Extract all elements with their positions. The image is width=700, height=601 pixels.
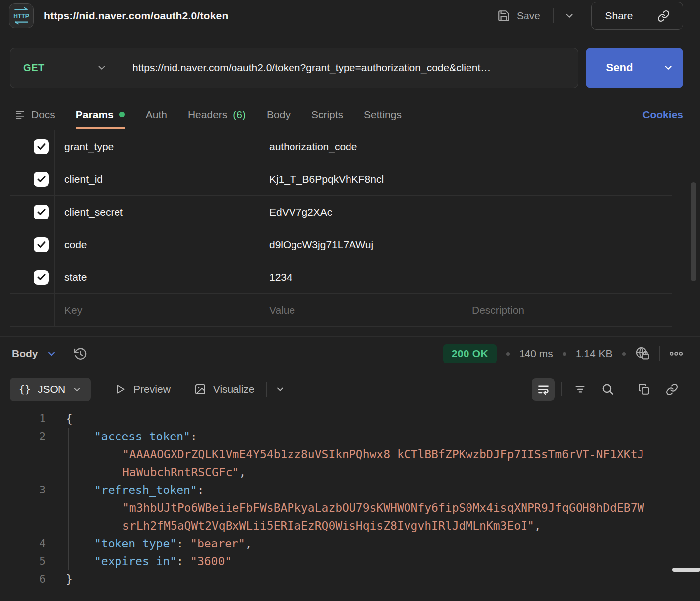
tab-headers[interactable]: Headers (6) (188, 101, 246, 129)
param-description-input-placeholder[interactable]: Description (462, 294, 672, 326)
format-label: JSON (38, 383, 65, 395)
search-button[interactable] (596, 378, 619, 401)
code-token: , (534, 519, 541, 532)
code-token-string: "AAAAOGXDrZQLK1VmE4Y54b1zz8uVSIknPQhwx8_… (122, 448, 644, 461)
response-body-viewer: 1 { 2 "access_token": "AAAAOGXDrZQLK1VmE… (0, 410, 700, 588)
param-value-cell[interactable]: EdVV7g2XAc (259, 196, 462, 228)
chevron-down-icon (275, 384, 285, 394)
docs-icon (15, 109, 25, 120)
response-meta: 200 OK 140 ms 1.14 KB (443, 344, 683, 363)
visualize-label: Visualize (213, 383, 255, 395)
code-line: 6 } (0, 570, 700, 588)
separator-dot (506, 352, 510, 356)
code-line: 2 "access_token": (0, 428, 700, 445)
status-badge: 200 OK (443, 344, 497, 363)
code-token-string: HaWubchRntRSCGFc" (122, 466, 239, 479)
line-number: 1 (0, 413, 46, 425)
code-token: } (66, 573, 73, 586)
param-description-cell[interactable] (462, 228, 672, 261)
code-token: : (190, 430, 197, 443)
save-options-button[interactable] (562, 10, 577, 21)
modified-dot (119, 112, 125, 117)
code-token-string: "bearer" (190, 537, 245, 550)
filter-icon (574, 383, 586, 396)
param-enabled-checkbox[interactable] (34, 172, 49, 187)
pane-divider[interactable] (0, 336, 700, 337)
image-icon (194, 383, 206, 395)
share-button[interactable]: Share (591, 2, 683, 30)
preview-label: Preview (133, 383, 171, 395)
http-request-icon: HTTP (9, 3, 34, 28)
response-more-options-button[interactable] (669, 347, 683, 361)
param-value-cell[interactable]: authorization_code (259, 130, 462, 163)
save-button[interactable]: Save (497, 9, 540, 22)
preview-button[interactable]: Preview (115, 383, 171, 395)
chevron-down-icon (96, 62, 107, 73)
param-enabled-checkbox[interactable] (34, 139, 49, 154)
code-token: : (176, 537, 183, 550)
response-toolbar: {} JSON Preview Visualize (10, 378, 683, 401)
param-checkbox-cell (10, 261, 55, 293)
tab-auth-label: Auth (146, 109, 167, 121)
send-options-button[interactable] (653, 48, 683, 88)
param-enabled-checkbox[interactable] (34, 237, 49, 252)
copy-link-icon[interactable] (657, 10, 670, 22)
response-format-selector[interactable]: {} JSON (10, 378, 91, 401)
save-icon (497, 9, 510, 22)
code-token: { (66, 412, 73, 425)
vertical-scrollbar-thumb[interactable] (691, 182, 696, 281)
param-key-input-placeholder[interactable]: Key (55, 294, 259, 326)
param-value-input-placeholder[interactable]: Value (259, 294, 462, 326)
url-input[interactable]: https://nid.naver.com/oauth2.0/token?gra… (119, 48, 578, 88)
param-description-cell[interactable] (462, 130, 672, 163)
link-icon (666, 383, 678, 396)
tab-docs[interactable]: Docs (15, 101, 55, 129)
response-pane-selector[interactable]: Body (12, 348, 57, 360)
code-token: : (176, 555, 183, 568)
response-history-button[interactable] (73, 347, 88, 361)
param-description-cell[interactable] (462, 196, 672, 228)
chevron-down-icon (46, 349, 57, 359)
param-value-cell[interactable]: 1234 (259, 261, 462, 293)
filter-button[interactable] (569, 378, 591, 401)
tab-scripts[interactable]: Scripts (311, 101, 343, 129)
code-token: : (197, 484, 204, 496)
param-key-cell[interactable]: state (55, 261, 259, 293)
method-selector[interactable]: GET (10, 48, 119, 88)
braces-icon: {} (19, 383, 31, 395)
param-checkbox-cell (10, 228, 55, 261)
wrap-text-button[interactable] (532, 378, 555, 401)
tab-headers-label: Headers (188, 109, 227, 121)
param-key-cell[interactable]: code (55, 228, 259, 261)
param-description-cell[interactable] (462, 261, 672, 293)
tab-params[interactable]: Params (76, 101, 125, 129)
param-value-cell[interactable]: d9lOgcW3jg71L7AWuj (259, 228, 462, 261)
horizontal-scrollbar-thumb[interactable] (672, 568, 700, 572)
tab-body[interactable]: Body (267, 101, 291, 129)
param-key-cell[interactable]: client_id (55, 163, 259, 195)
cookies-link[interactable]: Cookies (642, 101, 683, 129)
param-enabled-checkbox[interactable] (34, 205, 49, 219)
visualize-options-button[interactable] (275, 384, 285, 394)
tab-settings[interactable]: Settings (364, 101, 402, 129)
param-row: client_id Kj1_T_B6PpqkVhKF8ncl (10, 163, 672, 196)
network-info-button[interactable] (635, 346, 650, 361)
tab-auth[interactable]: Auth (146, 101, 167, 129)
param-value-cell[interactable]: Kj1_T_B6PpqkVhKF8ncl (259, 163, 462, 195)
divider (659, 346, 660, 361)
param-key-cell[interactable]: client_secret (55, 196, 259, 228)
chevron-down-icon (72, 385, 82, 394)
tab-docs-label: Docs (31, 109, 55, 121)
param-description-cell[interactable] (462, 163, 672, 195)
code-line-wrap: srLh2fM5aQWt2VqBxWLii5ERIaEzRQ0WisHqisZ8… (0, 517, 700, 535)
headers-count-badge: (6) (233, 109, 246, 121)
send-button[interactable]: Send (586, 48, 683, 88)
send-label[interactable]: Send (586, 48, 653, 88)
response-link-button[interactable] (660, 378, 683, 401)
param-enabled-checkbox[interactable] (34, 270, 49, 285)
copy-response-button[interactable] (633, 378, 655, 401)
visualize-button[interactable]: Visualize (194, 383, 255, 395)
param-row-empty: Key Value Description (10, 294, 672, 327)
code-line-wrap: "m3hbUJtPo6WBeiieFbFWsBAPkyaLazbOU79sKWH… (0, 499, 700, 517)
param-key-cell[interactable]: grant_type (55, 130, 259, 163)
